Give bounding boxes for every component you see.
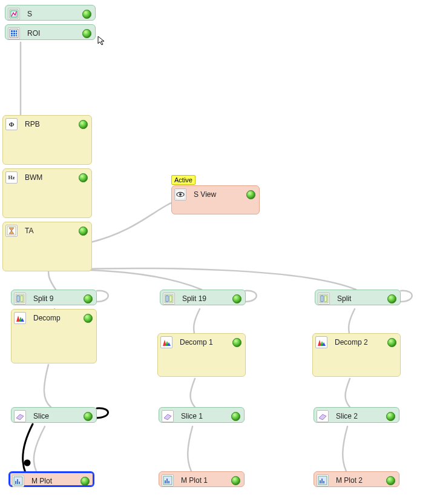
status-dot <box>231 412 240 421</box>
svg-rect-36 <box>323 481 324 483</box>
node-slice2[interactable]: Slice 2 <box>314 407 399 423</box>
node-bwm[interactable]: Hz BWM <box>2 168 92 218</box>
status-dot <box>231 476 240 485</box>
diagram-canvas[interactable]: { "tooltip": { "active": "Active" }, "no… <box>0 0 437 504</box>
node-split9[interactable]: Split 9 <box>11 290 97 305</box>
status-dot <box>79 173 88 182</box>
svg-rect-28 <box>166 479 168 483</box>
node-mplot[interactable]: M Plot <box>8 471 94 487</box>
status-dot <box>386 412 395 421</box>
hourglass-icon <box>5 225 18 237</box>
decomp-icon <box>14 312 26 324</box>
status-dot <box>232 338 242 347</box>
node-slice[interactable]: Slice <box>11 407 97 423</box>
svg-rect-35 <box>321 479 323 483</box>
svg-rect-24 <box>166 296 168 302</box>
eye-icon <box>174 188 186 201</box>
plot-icon <box>317 474 329 486</box>
svg-rect-29 <box>168 481 169 483</box>
node-decomp1[interactable]: Decomp 1 <box>157 333 246 377</box>
status-dot <box>82 29 91 38</box>
node-slice1[interactable]: Slice 1 <box>159 407 245 423</box>
node-slice1-label: Slice 1 <box>177 412 228 420</box>
node-decomp2[interactable]: Decomp 2 <box>312 333 401 377</box>
plot-icon <box>162 474 174 486</box>
status-dot <box>79 120 88 129</box>
node-mplot2[interactable]: M Plot 2 <box>314 471 399 487</box>
split-icon <box>318 293 330 305</box>
status-dot <box>386 476 395 485</box>
status-dot <box>82 10 91 19</box>
status-dot <box>80 477 90 486</box>
grid-icon <box>8 27 20 39</box>
plot-icon <box>12 475 24 487</box>
node-roi[interactable]: ROI <box>5 24 96 40</box>
node-bwm-label: BWM <box>21 173 75 182</box>
svg-rect-18 <box>21 296 23 302</box>
slice-icon <box>317 410 329 422</box>
node-ta[interactable]: TA <box>2 222 92 271</box>
node-s-label: S <box>24 10 79 18</box>
node-rpb-label: RPB <box>21 120 75 128</box>
split-icon <box>14 293 26 305</box>
slice-icon <box>162 410 174 422</box>
node-split-label: Split <box>334 294 384 303</box>
svg-rect-27 <box>165 480 166 483</box>
node-split19[interactable]: Split 19 <box>160 290 246 305</box>
svg-rect-11 <box>16 35 17 36</box>
svg-rect-25 <box>169 296 172 302</box>
split-icon <box>163 293 175 305</box>
node-slice2-label: Slice 2 <box>332 412 383 420</box>
node-mplot-label: M Plot <box>28 477 77 485</box>
node-roi-label: ROI <box>24 29 79 38</box>
node-sview[interactable]: S View <box>171 185 260 214</box>
decomp-icon <box>315 336 327 348</box>
node-mplot1-label: M Plot 1 <box>177 476 228 485</box>
status-dot <box>79 227 88 236</box>
svg-rect-21 <box>17 479 18 484</box>
node-rpb[interactable]: Φ RPB <box>2 115 92 165</box>
node-decomp[interactable]: Decomp <box>11 309 97 363</box>
node-decomp-label: Decomp <box>30 314 80 322</box>
node-ta-label: TA <box>21 227 75 235</box>
node-decomp2-label: Decomp 2 <box>331 338 384 346</box>
svg-rect-6 <box>11 33 13 35</box>
decomp-icon <box>160 336 172 348</box>
phi-icon: Φ <box>5 118 18 130</box>
status-dot <box>84 314 93 323</box>
node-mplot1[interactable]: M Plot 1 <box>159 471 245 487</box>
svg-rect-7 <box>13 33 15 35</box>
status-dot <box>232 294 242 303</box>
svg-rect-5 <box>16 30 17 32</box>
svg-rect-34 <box>320 480 321 483</box>
node-decomp1-label: Decomp 1 <box>176 338 229 346</box>
node-split9-label: Split 9 <box>30 294 80 303</box>
s-icon <box>8 8 20 20</box>
slice-icon <box>14 410 26 422</box>
node-mplot2-label: M Plot 2 <box>332 476 383 485</box>
node-sview-label: S View <box>190 190 243 199</box>
svg-rect-10 <box>13 35 15 36</box>
svg-rect-4 <box>13 30 15 32</box>
tooltip-active: Active <box>171 175 196 185</box>
svg-rect-3 <box>11 30 13 32</box>
mouse-cursor-icon <box>97 35 108 46</box>
svg-rect-31 <box>321 296 323 302</box>
node-s[interactable]: S <box>5 5 96 21</box>
svg-rect-20 <box>15 481 16 484</box>
node-slice-label: Slice <box>30 412 80 420</box>
status-dot <box>387 294 396 303</box>
status-dot <box>387 338 396 347</box>
hz-icon: Hz <box>5 171 18 184</box>
node-split[interactable]: Split <box>315 290 401 305</box>
tooltip-text: Active <box>174 176 192 184</box>
status-dot <box>84 412 93 421</box>
node-split19-label: Split 19 <box>179 294 229 303</box>
svg-rect-22 <box>19 482 20 484</box>
svg-rect-32 <box>324 296 327 302</box>
svg-point-15 <box>179 193 182 196</box>
svg-rect-9 <box>11 35 13 36</box>
status-dot <box>84 294 93 303</box>
svg-rect-17 <box>17 296 19 302</box>
status-dot <box>246 190 255 199</box>
